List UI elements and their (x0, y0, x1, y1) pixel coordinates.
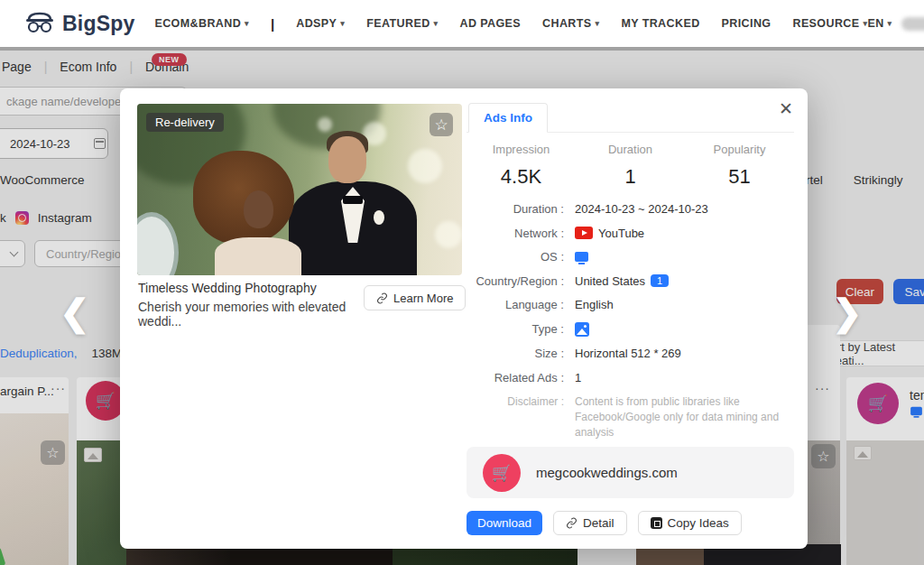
stat-popularity: Popularity 51 (685, 143, 794, 189)
download-button[interactable]: Download (467, 511, 542, 535)
row-value-country: United States 1 (575, 274, 794, 288)
ad-creative-image[interactable]: Re-delivery ☆ (137, 104, 462, 275)
row-value-network: YouTube (575, 227, 794, 240)
bride-figure (193, 151, 294, 245)
favorite-star-icon[interactable]: ☆ (430, 113, 453, 136)
row-value-disclaimer: Content is from public libraries like Fa… (575, 394, 794, 440)
modal-actions: Download Detail Copy Ideas (467, 511, 742, 535)
image-type-icon (575, 322, 589, 337)
top-navbar: BigSpy ECOM&BRAND▾ | ADSPY▾ FEATURED▾ AD… (0, 0, 924, 47)
ad-info-rows: Duration : 2024-10-23 ~ 2024-10-23 Netwo… (467, 202, 794, 440)
stat-impression: Impression 4.5K (467, 143, 576, 189)
row-value-type (575, 322, 794, 337)
account-blurred[interactable] (901, 17, 924, 31)
nav-featured[interactable]: FEATURED▾ (366, 17, 438, 30)
advertiser-domain[interactable]: megcookweddings.com (536, 465, 678, 480)
modal-tabbar: Ads Info (467, 103, 794, 133)
nav-ad-pages[interactable]: AD PAGES (459, 17, 521, 30)
redelivery-tag: Re-delivery (146, 113, 224, 132)
brand-logo[interactable]: BigSpy (23, 11, 134, 36)
row-label: Related Ads : (467, 371, 564, 384)
nav-my-tracked[interactable]: MY TRACKED (621, 17, 699, 30)
nav-adspy[interactable]: ADSPY▾ (296, 17, 345, 30)
ad-subtitle: Cherish your memories with elevated wedd… (138, 300, 364, 329)
row-label: Network : (467, 227, 564, 240)
caret-down-icon: ▾ (434, 19, 439, 28)
nav-charts[interactable]: CHARTS▾ (542, 17, 599, 30)
row-label: Disclaimer : (467, 394, 564, 440)
row-value-size: Horizontal 512 * 269 (575, 347, 794, 360)
row-value-os (575, 250, 794, 264)
caret-down-icon: ▾ (596, 19, 600, 28)
brand-name: BigSpy (62, 12, 134, 36)
tab-ads-info[interactable]: Ads Info (468, 103, 548, 133)
os-desktop-icon (575, 252, 588, 262)
prev-ad-arrow[interactable]: ❮ (60, 294, 90, 330)
nav-ecom-brand[interactable]: ECOM&BRAND▾ (154, 17, 249, 30)
nav-right: EN▾ ▾ (867, 17, 924, 31)
country-count-badge[interactable]: 1 (651, 274, 669, 287)
row-value-related-ads: 1 (575, 371, 794, 384)
thumb-decoration (137, 212, 179, 275)
ad-title: Timeless Wedding Photography (138, 281, 317, 295)
bigspy-app: BigSpy ECOM&BRAND▾ | ADSPY▾ FEATURED▾ AD… (0, 0, 924, 565)
ecom-cart-icon: 🛒 (483, 454, 521, 492)
row-label: Size : (467, 347, 564, 360)
nav-divider: | (271, 16, 274, 32)
nav-menu: ECOM&BRAND▾ | ADSPY▾ FEATURED▾ AD PAGES … (154, 16, 867, 32)
row-label: OS : (467, 250, 564, 264)
row-label: Type : (467, 322, 564, 337)
caret-down-icon: ▾ (888, 19, 892, 28)
ad-detail-modal: ✕ Re-delivery ☆ Timeless Wedding Photogr… (120, 88, 808, 549)
stat-duration: Duration 1 (576, 143, 685, 189)
detail-button[interactable]: Detail (553, 511, 627, 535)
nav-resource[interactable]: RESOURCE▾ (792, 17, 867, 30)
copy-ideas-button[interactable]: Copy Ideas (638, 511, 742, 535)
language-selector[interactable]: EN▾ (867, 17, 892, 30)
caret-down-icon: ▾ (340, 19, 345, 28)
row-label: Language : (467, 298, 564, 311)
caret-down-icon: ▾ (245, 19, 249, 28)
row-value-duration: 2024-10-23 ~ 2024-10-23 (575, 202, 794, 216)
next-ad-arrow[interactable]: ❯ (832, 294, 863, 330)
ads-info-pane: Ads Info Impression 4.5K Duration 1 Popu… (467, 88, 794, 549)
nav-pricing[interactable]: PRICING (722, 17, 772, 30)
advertiser-domain-row[interactable]: 🛒 megcookweddings.com (467, 447, 794, 498)
spy-icon (23, 11, 56, 36)
learn-more-button[interactable]: Learn More (364, 285, 466, 310)
row-label: Country/Region : (467, 274, 564, 288)
row-label: Duration : (467, 202, 564, 216)
row-value-language: English (575, 298, 794, 311)
link-icon (376, 292, 388, 304)
ad-stats: Impression 4.5K Duration 1 Popularity 51 (467, 143, 794, 189)
link-icon (566, 517, 578, 529)
copy-ideas-icon (651, 517, 662, 529)
youtube-icon (575, 227, 593, 239)
